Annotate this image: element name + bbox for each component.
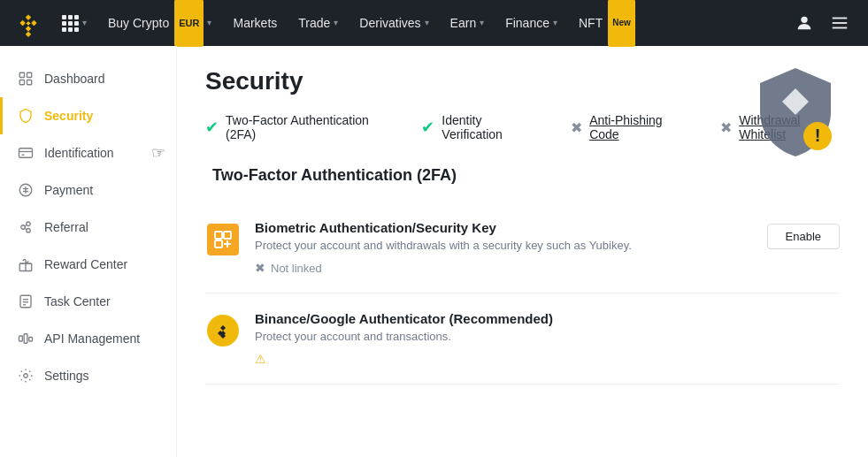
svg-point-22 [27,222,31,226]
svg-line-24 [25,225,27,226]
nav-earn[interactable]: Earn ▾ [442,0,494,46]
google-auth-content: Binance/Google Authenticator (Recommende… [255,311,840,366]
google-auth-desc: Protect your account and transactions. [255,330,840,343]
status-identity: ✔ Identity Verification [421,113,535,141]
biometric-auth-desc: Protect your account and withdrawals wit… [255,239,753,252]
svg-rect-41 [215,240,222,248]
sidebar-label-referral: Referral [44,220,88,234]
grid-chevron-icon: ▾ [82,0,87,46]
logo[interactable] [14,9,42,37]
nav-grid-menu[interactable]: ▾ [53,0,96,46]
sidebar-label-payment: Payment [44,183,93,197]
sidebar-label-security: Security [44,109,93,123]
x-icon-whitelist: ✖ [720,119,732,136]
antiphishing-link[interactable]: Anti-Phishing Code [589,113,685,141]
svg-rect-10 [19,72,24,77]
sidebar-item-settings[interactable]: Settings [0,357,176,394]
svg-rect-34 [24,334,27,344]
sidebar-item-payment[interactable]: Payment [0,171,176,209]
google-auth-icon-wrap [205,313,241,348]
check-icon-2fa: ✔ [205,118,219,137]
svg-rect-12 [19,80,24,85]
cursor-hint-icon: ☞ [151,143,165,163]
svg-point-23 [27,229,31,233]
status-antiphishing: ✖ Anti-Phishing Code [571,113,685,141]
svg-rect-35 [29,338,33,342]
svg-text:!: ! [815,126,821,145]
sidebar-item-security[interactable]: Security [0,97,176,134]
security-status-bar: ✔ Two-Factor Authentication (2FA) ✔ Iden… [205,113,840,141]
sidebar-item-task-center[interactable]: Task Center [0,283,176,320]
google-auth-status: ⚠ [255,352,840,366]
main-layout: Dashboard Security Identification ☞ Paym… [0,46,868,457]
page-title: Security [205,67,840,95]
trade-chevron-icon: ▾ [334,0,338,46]
2fa-section-title: Two-Factor Authentication (2FA) [205,166,840,185]
svg-point-6 [801,17,807,23]
sidebar-label-settings: Settings [44,369,89,383]
google-auth-item: Binance/Google Authenticator (Recommende… [205,293,840,385]
check-icon-identity: ✔ [421,118,434,137]
sidebar-label-api-management: API Management [44,331,140,346]
google-auth-status-icon: ⚠ [255,352,266,366]
biometric-status-label: Not linked [271,262,322,275]
sidebar-item-dashboard[interactable]: Dashboard [0,60,176,97]
status-identity-label: Identity Verification [442,113,535,141]
shield-decoration: ! [751,64,840,164]
top-navigation: ▾ Buy Crypto EUR ▾ Markets Trade ▾ Deriv… [0,0,868,46]
svg-rect-14 [19,149,33,158]
biometric-enable-button[interactable]: Enable [767,224,840,249]
2fa-section: Two-Factor Authentication (2FA) Biometri [205,166,840,385]
buy-crypto-chevron-icon: ▾ [207,0,211,46]
user-icon[interactable] [790,9,818,37]
svg-rect-29 [20,295,31,308]
biometric-auth-content: Biometric Authentication/Security Key Pr… [255,220,753,275]
svg-rect-39 [215,232,222,239]
derivatives-chevron-icon: ▾ [425,0,429,46]
sidebar-label-identification: Identification [44,146,114,160]
nav-trade[interactable]: Trade ▾ [289,0,347,46]
status-2fa: ✔ Two-Factor Authentication (2FA) [205,113,386,141]
sidebar-item-api-management[interactable]: API Management [0,320,176,357]
biometric-status-icon: ✖ [255,261,265,275]
biometric-icon-wrap [205,222,241,257]
status-2fa-label: Two-Factor Authentication (2FA) [226,113,386,141]
google-auth-title: Binance/Google Authenticator (Recommende… [255,311,840,326]
svg-point-21 [21,225,26,230]
nav-buy-crypto[interactable]: Buy Crypto EUR ▾ [99,0,220,46]
finance-chevron-icon: ▾ [553,0,557,46]
sidebar-label-dashboard: Dashboard [44,72,105,86]
earn-chevron-icon: ▾ [480,0,484,46]
nav-nft[interactable]: NFT New [570,0,644,46]
nav-derivatives[interactable]: Derivatives ▾ [350,0,437,46]
biometric-auth-status: ✖ Not linked [255,261,753,275]
svg-rect-13 [27,80,32,85]
sidebar: Dashboard Security Identification ☞ Paym… [0,46,177,457]
biometric-icon [207,224,239,255]
biometric-auth-item: Biometric Authentication/Security Key Pr… [205,202,840,293]
svg-rect-11 [27,72,32,77]
nav-right-area [790,9,854,37]
svg-point-36 [24,374,28,378]
sidebar-item-reward-center[interactable]: Reward Center [0,246,176,283]
sidebar-label-task-center: Task Center [44,294,111,308]
biometric-auth-title: Biometric Authentication/Security Key [255,220,753,235]
sidebar-label-reward-center: Reward Center [44,257,127,271]
main-content: ! Security ✔ Two-Factor Authentication (… [177,46,868,457]
x-icon-antiphishing: ✖ [571,119,582,136]
nav-markets[interactable]: Markets [224,0,286,46]
nav-finance[interactable]: Finance ▾ [496,0,566,46]
sidebar-item-identification[interactable]: Identification ☞ [0,134,176,171]
sidebar-item-referral[interactable]: Referral [0,209,176,246]
svg-line-25 [25,228,27,230]
google-auth-icon [207,315,239,347]
svg-rect-40 [224,232,231,239]
menu-icon[interactable] [826,9,854,37]
svg-rect-33 [19,336,23,341]
